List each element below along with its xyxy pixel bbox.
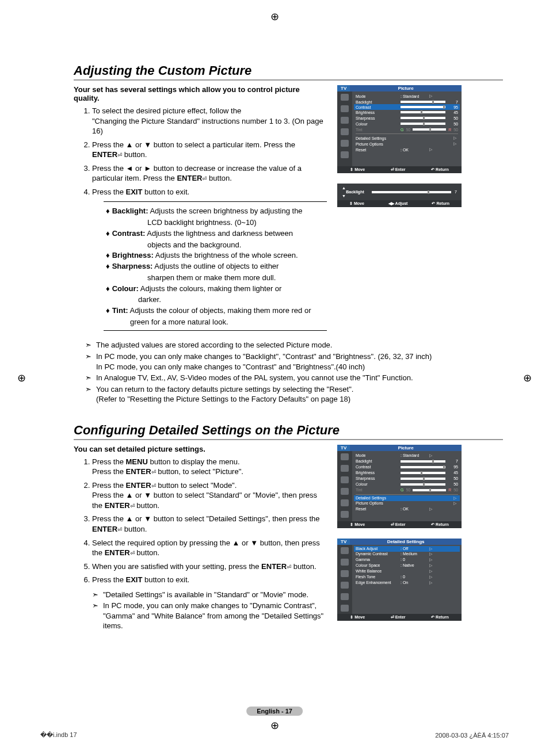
sound-icon xyxy=(341,105,349,112)
step-3: Press the ◄ or ► button to decrease or i… xyxy=(92,163,327,184)
step-2: Press the ▲ or ▼ button to select a part… xyxy=(92,140,327,160)
setup-icon xyxy=(341,128,349,135)
footer-right: 2008-03-03 ¿ÀÈÄ 4:15:07 xyxy=(435,732,509,739)
s2-step-3: Press the ▲ or ▼ button to select "Detai… xyxy=(92,514,327,534)
s2-step-4: Select the required option by pressing t… xyxy=(92,538,327,558)
section1-steps: To select the desired picture effect, fo… xyxy=(74,106,327,331)
crop-mark-bottom-icon: ⊕ xyxy=(270,719,279,732)
osd-sidebar-icons xyxy=(337,91,352,166)
s2-note-1: ➣"Detailed Settings" is available in "St… xyxy=(92,590,327,600)
osd-picture-menu-2: TV Picture Mode: Standard▷ Backlight7 Co… xyxy=(337,445,462,528)
section1-intro: Your set has several settings which allo… xyxy=(74,85,327,102)
osd-return-label: ↶ Return xyxy=(431,167,449,172)
definitions-box: ♦Backlight: Adjusts the screen brightnes… xyxy=(104,201,327,331)
osd-enter-label: ⏎ Enter xyxy=(391,167,406,172)
s2-step-5: When you are satisfied with your setting… xyxy=(92,562,327,572)
section1-title: Adjusting the Custom Picture xyxy=(74,63,503,81)
input-icon xyxy=(341,140,349,147)
osd-tab-picture: Picture xyxy=(350,85,462,91)
osd-tab-tv: TV xyxy=(337,85,350,91)
s2-step-6: Press the EXIT button to exit. ➣"Detaile… xyxy=(92,575,327,631)
osd-detailed-settings: TV Detailed Settings Black Adjust: Off▷ … xyxy=(337,539,462,621)
osd-backlight-slider: ▲ Backlight 7 ▼ ⇕ Move ◀▶ Adjust ↶ Retur… xyxy=(337,184,462,207)
note-2: ➣In PC mode, you can only make changes t… xyxy=(85,352,503,372)
app-icon xyxy=(341,151,349,158)
crop-mark-top-icon: ⊕ xyxy=(270,10,279,23)
s2-step-1: Press the MENU button to display the men… xyxy=(92,457,327,477)
osd-move-label: ⇕ Move xyxy=(350,167,365,172)
osd-picture-menu-1: TV Picture Mode: Standard▷ Backlight7 xyxy=(337,85,462,173)
enter-icon: ⏎ xyxy=(117,152,122,158)
section2-steps: Press the MENU button to display the men… xyxy=(74,457,327,631)
channel-icon xyxy=(341,117,349,124)
page-number: English - 17 xyxy=(246,707,303,716)
footer-left: ��i.indb 17 xyxy=(40,731,77,739)
crop-mark-right-icon: ⊕ xyxy=(523,372,532,384)
section2-intro: You can set detailed picture settings. xyxy=(74,445,327,453)
page-content: Adjusting the Custom Picture Your set ha… xyxy=(74,63,503,635)
s2-step-2: Press the ENTER⏎ button to select "Mode"… xyxy=(92,480,327,511)
step-1: To select the desired picture effect, fo… xyxy=(92,106,327,136)
step-4: Press the EXIT button to exit. ♦Backligh… xyxy=(92,187,327,331)
note-3: ➣In Analogue TV, Ext., AV, S-Video modes… xyxy=(85,373,503,383)
note-4: ➣You can return to the factory defaults … xyxy=(85,384,503,404)
enter-icon: ⏎ xyxy=(151,469,156,475)
crop-mark-left-icon: ⊕ xyxy=(17,372,26,384)
note-1: ➣The adjusted values are stored accordin… xyxy=(85,340,503,350)
s2-note-2: ➣In PC mode, you can only make changes t… xyxy=(92,601,327,631)
section2-title: Configuring Detailed Settings on the Pic… xyxy=(74,423,503,440)
picture-icon xyxy=(341,94,349,101)
